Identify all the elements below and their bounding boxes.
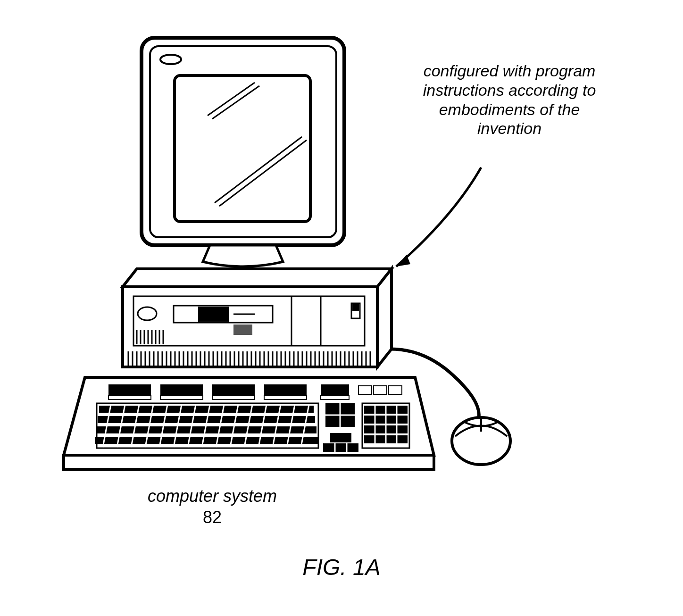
component-label: computer system <box>113 486 311 506</box>
monitor-led <box>160 55 181 64</box>
drive-slot <box>198 307 229 322</box>
svg-rect-80 <box>99 406 314 413</box>
svg-rect-67 <box>108 396 151 400</box>
switch-toggle <box>352 304 359 311</box>
svg-rect-82 <box>96 426 317 433</box>
svg-rect-71 <box>212 396 255 400</box>
svg-rect-77 <box>374 386 387 394</box>
drive-detail <box>233 325 252 335</box>
svg-rect-69 <box>160 396 203 400</box>
svg-rect-83 <box>95 437 318 444</box>
svg-rect-73 <box>264 396 307 400</box>
svg-rect-78 <box>389 386 402 394</box>
svg-rect-66 <box>108 384 151 395</box>
keyboard-front <box>64 455 434 469</box>
power-button <box>138 307 157 320</box>
keyboard-main <box>95 403 318 448</box>
svg-rect-102 <box>330 433 351 442</box>
annotation-arrow-line <box>396 167 481 266</box>
figure-title: FIG. 1A <box>0 554 683 580</box>
svg-rect-74 <box>321 384 349 395</box>
svg-rect-76 <box>358 386 372 394</box>
svg-rect-70 <box>212 384 255 395</box>
svg-rect-75 <box>321 396 349 400</box>
annotation-text: configured with program instructions acc… <box>410 61 608 138</box>
svg-rect-103 <box>323 443 358 452</box>
tower-side <box>377 269 391 367</box>
svg-rect-68 <box>160 384 203 395</box>
svg-rect-72 <box>264 384 307 395</box>
keyboard-numpad <box>362 403 409 448</box>
tower-top <box>123 269 391 287</box>
monitor-neck <box>203 245 283 266</box>
reference-number: 82 <box>113 507 311 527</box>
